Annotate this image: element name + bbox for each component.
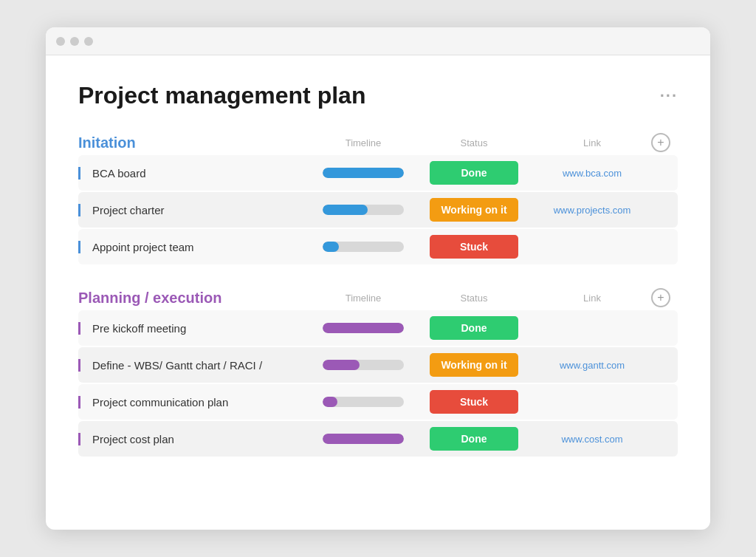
timeline-bar-wrap — [323, 323, 404, 333]
row-name-label: Define - WBS/ Gantt chart / RACI / — [78, 359, 312, 372]
timeline-fill — [323, 323, 404, 333]
status-cell: Working on it — [415, 353, 533, 377]
section-header-planning: Planning / executionTimelineStatusLink+ — [78, 288, 678, 307]
table-row: Project cost planDonewww.cost.com — [78, 421, 678, 457]
section-title-planning: Planning / execution — [78, 290, 312, 307]
table-row: Appoint project teamStuck — [78, 229, 678, 264]
timeline-cell — [312, 242, 415, 252]
timeline-bar-wrap — [323, 242, 404, 252]
timeline-fill — [323, 434, 404, 444]
section-title-initiation: Initation — [78, 134, 312, 151]
row-name-label: Project communication plan — [78, 396, 312, 409]
timeline-cell — [312, 434, 415, 444]
row-link[interactable]: www.bca.com — [563, 168, 622, 179]
row-name-label: Project cost plan — [78, 433, 312, 445]
section-planning: Planning / executionTimelineStatusLink+P… — [78, 288, 678, 457]
table-row: Project charterWorking on itwww.projects… — [78, 192, 678, 228]
timeline-bar-wrap — [323, 397, 404, 407]
timeline-cell — [312, 360, 415, 370]
status-badge: Stuck — [430, 390, 518, 414]
timeline-bar-wrap — [323, 168, 404, 178]
page-title: Project management plan — [78, 82, 365, 109]
traffic-light-maximize[interactable] — [84, 37, 93, 46]
app-window: Project management plan ··· InitationTim… — [46, 27, 710, 530]
timeline-bar-wrap — [323, 205, 404, 215]
row-link[interactable]: www.cost.com — [561, 434, 622, 445]
timeline-cell — [312, 323, 415, 333]
page-header: Project management plan ··· — [78, 82, 678, 109]
timeline-fill — [323, 242, 339, 252]
link-cell: www.bca.com — [533, 168, 651, 179]
col-timeline-label-planning: Timeline — [312, 293, 415, 304]
rows-initiation: BCA boardDonewww.bca.comProject charterW… — [78, 155, 678, 264]
timeline-fill — [323, 168, 404, 178]
status-cell: Working on it — [415, 198, 533, 222]
timeline-bar-wrap — [323, 434, 404, 444]
col-timeline-label-initiation: Timeline — [312, 137, 415, 148]
col-link-label-initiation: Link — [533, 137, 651, 148]
col-status-label-initiation: Status — [415, 137, 533, 148]
row-name-label: Appoint project team — [78, 241, 312, 253]
link-cell: www.projects.com — [533, 205, 651, 216]
status-cell: Stuck — [415, 390, 533, 414]
traffic-lights — [56, 37, 93, 46]
row-name-label: BCA board — [78, 167, 312, 180]
timeline-fill — [323, 360, 360, 370]
status-badge: Done — [430, 161, 518, 185]
status-badge: Done — [430, 316, 518, 340]
timeline-fill — [323, 397, 337, 407]
traffic-light-close[interactable] — [56, 37, 65, 46]
status-cell: Stuck — [415, 235, 533, 259]
status-cell: Done — [415, 427, 533, 451]
row-link[interactable]: www.projects.com — [554, 205, 631, 216]
section-header-initiation: InitationTimelineStatusLink+ — [78, 133, 678, 152]
timeline-cell — [312, 205, 415, 215]
timeline-cell — [312, 397, 415, 407]
row-name-label: Project charter — [78, 204, 312, 216]
table-row: Define - WBS/ Gantt chart / RACI /Workin… — [78, 347, 678, 383]
main-content: Project management plan ··· InitationTim… — [46, 55, 710, 510]
status-badge: Working on it — [430, 353, 518, 377]
traffic-light-minimize[interactable] — [70, 37, 79, 46]
status-cell: Done — [415, 316, 533, 340]
titlebar — [46, 27, 710, 55]
rows-planning: Pre kickoff meetingDoneDefine - WBS/ Gan… — [78, 310, 678, 457]
table-row: Project communication planStuck — [78, 384, 678, 420]
table-row: BCA boardDonewww.bca.com — [78, 155, 678, 191]
timeline-cell — [312, 168, 415, 178]
status-badge: Stuck — [430, 235, 518, 259]
add-row-button-initiation[interactable]: + — [651, 133, 670, 152]
col-link-label-planning: Link — [533, 293, 651, 304]
row-link[interactable]: www.gantt.com — [560, 360, 625, 371]
status-cell: Done — [415, 161, 533, 185]
col-status-label-planning: Status — [415, 293, 533, 304]
status-badge: Done — [430, 427, 518, 451]
sections-container: InitationTimelineStatusLink+BCA boardDon… — [78, 133, 678, 457]
timeline-fill — [323, 205, 368, 215]
timeline-bar-wrap — [323, 360, 404, 370]
row-name-label: Pre kickoff meeting — [78, 322, 312, 335]
table-row: Pre kickoff meetingDone — [78, 310, 678, 346]
link-cell: www.cost.com — [533, 434, 651, 445]
add-row-button-planning[interactable]: + — [651, 288, 670, 307]
link-cell: www.gantt.com — [533, 360, 651, 371]
status-badge: Working on it — [430, 198, 518, 222]
more-options-button[interactable]: ··· — [660, 86, 678, 106]
section-initiation: InitationTimelineStatusLink+BCA boardDon… — [78, 133, 678, 264]
